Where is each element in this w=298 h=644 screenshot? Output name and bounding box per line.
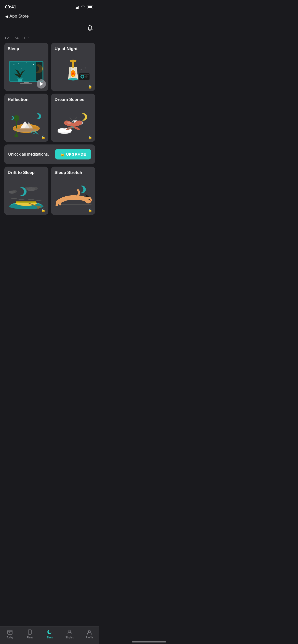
svg-point-6 — [33, 64, 34, 65]
svg-line-44 — [70, 118, 73, 121]
svg-rect-54 — [16, 201, 36, 203]
svg-point-9 — [30, 67, 30, 67]
svg-rect-27 — [70, 67, 71, 79]
card-sleep-stretch[interactable]: Sleep Stretch — [51, 167, 95, 215]
cards-row-2: Reflection — [0, 94, 99, 142]
svg-rect-13 — [36, 62, 43, 81]
cards-row-3: Drift to Sleep — [0, 167, 99, 215]
back-label: App Store — [9, 14, 29, 19]
section-label: FALL ASLEEP — [0, 34, 99, 43]
card-dream-scenes-title: Dream Scenes — [53, 97, 84, 102]
card-reflection[interactable]: Reflection — [4, 94, 48, 142]
reflection-lock-icon: 🔒 — [41, 135, 45, 139]
svg-point-60 — [85, 197, 92, 203]
svg-text:♫: ♫ — [84, 66, 86, 69]
svg-point-3 — [13, 64, 14, 65]
status-icons — [75, 5, 94, 9]
status-bar: 09:41 — [0, 0, 99, 13]
main-content: Sleep — [0, 43, 99, 240]
up-at-night-illustration: ♪ ♫ — [53, 53, 93, 88]
svg-point-48 — [67, 122, 71, 124]
svg-point-0 — [90, 25, 91, 25]
upgrade-banner: Unlock all meditations. 🔒 UPGRADE — [4, 144, 95, 164]
svg-point-33 — [13, 115, 19, 121]
svg-rect-11 — [24, 82, 29, 83]
dream-scenes-illustration — [53, 104, 93, 139]
back-chevron: ◀ — [5, 14, 8, 19]
reflection-illustration — [7, 104, 46, 139]
card-drift-to-sleep-title: Drift to Sleep — [7, 170, 35, 175]
svg-rect-24 — [80, 74, 89, 75]
svg-point-23 — [85, 75, 88, 78]
svg-point-49 — [72, 127, 74, 128]
sleep-stretch-lock-icon: 🔒 — [88, 208, 92, 212]
card-sleep-stretch-title: Sleep Stretch — [53, 170, 82, 175]
upgrade-button[interactable]: 🔒 UPGRADE — [55, 149, 91, 159]
sleep-play-button[interactable] — [37, 79, 46, 89]
cards-row-1: Sleep — [0, 43, 99, 91]
signal-icon — [75, 5, 79, 9]
svg-point-64 — [56, 204, 59, 206]
bell-icon[interactable] — [86, 24, 94, 32]
up-at-night-lock-icon: 🔒 — [88, 84, 92, 89]
upgrade-lock-icon: 🔒 — [60, 152, 65, 156]
svg-point-15 — [70, 60, 77, 62]
drift-to-sleep-illustration — [7, 177, 46, 212]
svg-point-5 — [26, 63, 27, 63]
svg-point-19 — [68, 78, 78, 81]
drift-to-sleep-lock-icon: 🔒 — [41, 208, 45, 212]
svg-point-62 — [90, 200, 91, 201]
card-sleep[interactable]: Sleep — [4, 43, 48, 91]
svg-point-22 — [82, 76, 84, 78]
svg-point-47 — [76, 118, 77, 119]
card-sleep-title: Sleep — [7, 46, 19, 51]
header — [0, 21, 99, 34]
svg-point-45 — [70, 118, 71, 119]
card-reflection-title: Reflection — [7, 97, 29, 102]
wifi-icon — [81, 5, 85, 9]
svg-rect-10 — [17, 78, 23, 79]
svg-point-56 — [32, 187, 38, 190]
upgrade-text: Unlock all meditations. — [8, 152, 49, 157]
svg-point-35 — [15, 134, 18, 137]
nav-back[interactable]: ◀ App Store — [0, 13, 99, 21]
svg-point-59 — [12, 190, 17, 193]
svg-rect-28 — [76, 67, 76, 79]
card-drift-to-sleep[interactable]: Drift to Sleep — [4, 167, 48, 215]
svg-point-57 — [25, 187, 32, 190]
upgrade-button-label: UPGRADE — [66, 152, 86, 156]
card-up-at-night-title: Up at Night — [53, 46, 78, 51]
dream-scenes-lock-icon: 🔒 — [88, 135, 92, 139]
svg-point-18 — [72, 74, 74, 77]
svg-point-65 — [59, 204, 61, 206]
battery-icon — [87, 6, 94, 9]
svg-rect-12 — [20, 83, 32, 84]
status-time: 09:41 — [5, 5, 16, 10]
sleep-stretch-illustration — [53, 177, 93, 212]
svg-point-8 — [21, 68, 22, 68]
svg-point-31 — [15, 128, 37, 132]
card-dream-scenes[interactable]: Dream Scenes — [51, 94, 95, 142]
svg-point-4 — [19, 63, 19, 64]
svg-text:♪: ♪ — [80, 67, 82, 71]
svg-point-61 — [89, 199, 90, 200]
card-up-at-night[interactable]: Up at Night — [51, 43, 95, 91]
